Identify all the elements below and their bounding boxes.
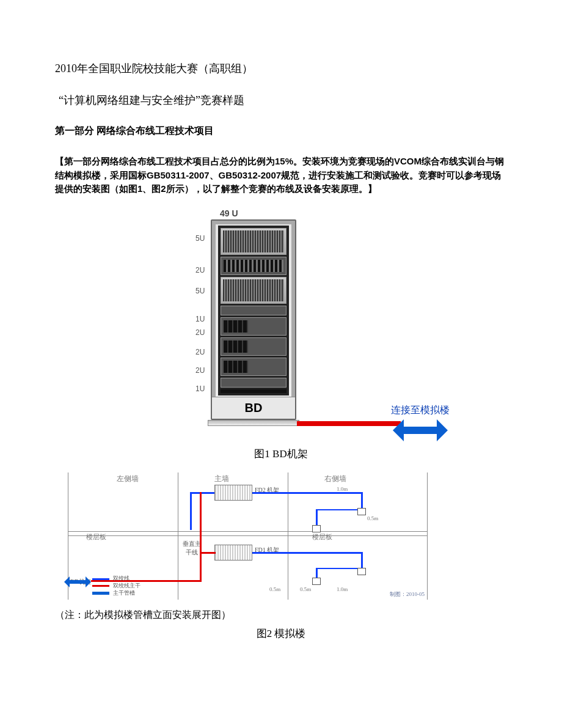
rack-slot [221, 337, 286, 356]
intro-paragraph: 【第一部分网络综合布线工程技术项目占总分的比例为15%。安装环境为竞赛现场的VC… [55, 155, 507, 196]
cable-blue [190, 492, 192, 530]
double-arrow-icon [393, 419, 448, 441]
wall-label-left: 左侧墙 [117, 474, 139, 484]
floor-label: 楼层板 [312, 532, 332, 542]
section-title: 第一部分 网络综合布线工程技术项目 [55, 125, 507, 138]
u-label: 5U [195, 234, 205, 243]
cable-red [297, 421, 401, 426]
wall-outlet [357, 568, 366, 575]
dim-label: 0.5m [269, 586, 280, 592]
rack-slot [221, 358, 286, 376]
cable-blue [190, 492, 214, 494]
rack-slot [221, 378, 286, 388]
rack-name-label: BD [212, 397, 295, 419]
double-arrow-icon [64, 576, 91, 587]
floor-slab [68, 531, 427, 536]
u-label: 2U [195, 366, 205, 375]
page-title: 2010年全国职业院校技能大赛（高职组） [55, 61, 507, 76]
rack-gap [221, 389, 286, 393]
u-label: 2U [195, 266, 205, 274]
u-label: 5U [195, 287, 205, 295]
figure-1-caption: 图1 BD机架 [254, 447, 307, 461]
wall-divider [427, 472, 428, 600]
figure-2-caption: 图2 模拟楼 [55, 627, 507, 641]
rack: BD [211, 219, 296, 420]
legend-label: 双绞线主干 [113, 583, 140, 590]
wall-outlet [312, 578, 321, 585]
u-label: 1U [195, 315, 205, 323]
u-label: 2U [195, 328, 205, 337]
rack-slot [221, 257, 286, 275]
dim-label: 1.0m [337, 586, 348, 592]
wall-outlet [312, 525, 321, 532]
rack-slot [221, 228, 286, 255]
rack-slots [218, 226, 289, 395]
dim-label: 0.5m [300, 586, 311, 592]
cable-blue [252, 552, 362, 554]
connection-arrow: 连接至模拟楼 [391, 404, 450, 441]
rack-slot [221, 317, 286, 336]
cable-blue [316, 509, 362, 510]
legend-item: 双绞线主干 [92, 583, 140, 590]
drawing-date: 制图：2010-05 [390, 590, 425, 598]
legend: 双绞线 双绞线主干 主干管槽 [92, 575, 140, 597]
page-subtitle: “计算机网络组建与安全维护”竞赛样题 [59, 93, 507, 108]
intro-text: 【第一部分网络综合布线工程技术项目占总分的比例为15%。安装环境为竞赛现场的VC… [55, 156, 504, 194]
device-fd1 [214, 545, 252, 561]
wall-outlet [357, 508, 366, 515]
wall-label-right: 右侧墙 [324, 474, 346, 484]
rack-slot [221, 277, 286, 304]
figure-2: 左侧墙 主墙 右侧墙 楼层板 楼层板 FD2 机架 FD1 机架 垂直主干线 B… [55, 472, 507, 641]
legend-item: 双绞线 [92, 575, 140, 583]
legend-label: 主干管槽 [113, 590, 135, 597]
connection-arrow-label: 连接至模拟楼 [391, 404, 450, 417]
figure-2-diagram: 左侧墙 主墙 右侧墙 楼层板 楼层板 FD2 机架 FD1 机架 垂直主干线 B… [67, 472, 428, 600]
figure-2-note: （注：此为模拟楼管槽立面安装展开图） [55, 609, 507, 622]
trunk-label: 垂直主干线 [181, 540, 202, 557]
device-fd2 [214, 485, 252, 501]
cable-red [200, 492, 202, 581]
rack-foot [208, 420, 299, 426]
rack-height-label: 49 U [220, 208, 238, 218]
u-label: 1U [195, 384, 205, 393]
dim-label: 0.5m [367, 515, 378, 521]
legend-item: 主干管槽 [92, 590, 140, 597]
floor-label: 楼层板 [86, 532, 106, 542]
legend-label: 双绞线 [113, 575, 130, 583]
cable-red [200, 552, 216, 554]
u-label: 2U [195, 348, 205, 356]
cable-blue [316, 568, 362, 569]
cable-blue [252, 492, 362, 494]
wall-label-main: 主墙 [214, 474, 229, 484]
rack-slot [221, 306, 286, 315]
figure-1-diagram: 49 U 5U 2U 5U 1U 2U 2U 2U 1U BD [110, 208, 452, 441]
dim-label: 1.0m [337, 486, 348, 492]
figure-1: 49 U 5U 2U 5U 1U 2U 2U 2U 1U BD [55, 208, 507, 461]
